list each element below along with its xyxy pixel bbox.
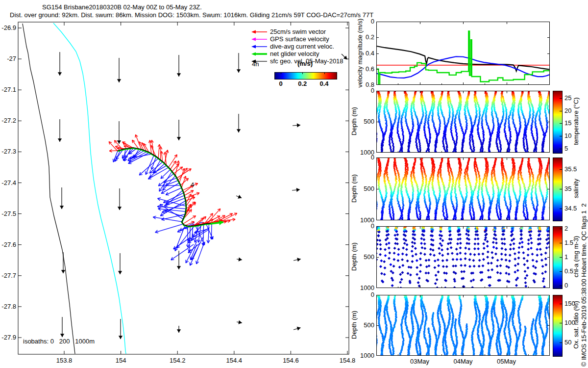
salinity-colorbar [553,158,563,221]
sfc-geo-vel-arrow-head [60,334,64,337]
legend-colorbar-tick-label: 0.2 [295,80,310,87]
legend-arrow-icon [250,36,268,42]
temperature-colorbar [553,91,563,154]
swim-vector-arrow-head [184,168,185,171]
sfc-geo-vel-arrow-head [237,69,241,73]
dive-avg-current-arrow [203,225,204,246]
swim-vector-arrow-head [168,150,169,153]
chl-a-colorbar [553,226,563,289]
dive-avg-current-arrow-head [196,261,196,263]
legend-colorbar-tick [281,72,281,74]
sfc-geo-vel-arrow-head [177,266,181,269]
sfc-geo-vel-arrow-head [177,329,181,333]
dive-avg-current-arrow-head [173,249,176,249]
dive-avg-current-arrow [146,156,153,175]
oxygen-colorbar-tick [560,323,562,323]
swim-vector-arrow-head [196,192,199,193]
dive-avg-current-arrow-head [162,220,165,221]
swim-vector-arrow-head [186,176,186,179]
salinity-panel-canvas [376,158,550,220]
swim-vector-arrow-head [179,161,180,164]
salinity-colorbar-tick [560,209,562,209]
chl-a-colorbar-tick [560,271,562,272]
date-tick-label: 04May [446,358,480,365]
dive-number-annotation: 4 [191,181,194,188]
dive-avg-current-arrow [208,224,209,243]
chl-a-colorbar-tick [560,257,562,258]
dive-avg-current-arrow [162,185,180,186]
temperature-colorbar-tick [560,149,562,149]
sfc-geo-vel-arrow-head [58,138,62,142]
sfc-geo-vel-arrow-head [61,270,65,273]
legend-item: dive-avg current veloc. [250,43,348,50]
dive-avg-current-arrow [188,243,200,253]
isobath-200m [23,24,75,354]
legend-item: net glider velocity [250,50,348,57]
map-ytick-label: -27.5 [1,210,16,217]
temperature-colorbar-tick [560,136,562,136]
map-xtick-label: 154 [116,357,126,364]
chl-a-colorbar-tick [560,229,562,229]
legend-item-label: 25cm/s swim vector [270,28,326,35]
map-xtick-label: 154.4 [226,357,243,364]
sfc-geo-vel-arrow-head [118,271,122,274]
legend-colorbar-tick [302,72,303,74]
swim-vector-arrow-head [135,134,136,137]
map-xtick-label: 153.8 [56,357,73,364]
sfc-geo-vel-arrow-head [238,320,242,324]
legend-arrow-icon [250,44,268,50]
oxygen-colorbar-tick [560,342,562,343]
dive-avg-current-arrow-head [129,154,132,154]
legend-colorbar-tick [324,72,325,74]
dive-avg-current-arrow-head [146,171,146,174]
dive-avg-current-arrow [153,217,182,221]
dive-avg-current-arrow-head [164,206,167,207]
date-tick-label: 03May [403,358,437,365]
sfc-geo-vel-arrow-head [118,207,122,210]
sfc-geo-vel-arrow-head [237,129,241,132]
dive-avg-current-arrow-head [197,239,198,242]
legend-timestep: 4h [252,61,259,68]
swim-vector-arrow-head [115,146,118,146]
sfc-geo-vel-arrow-head [296,188,300,192]
temperature-colorbar-tick [560,111,562,111]
sfc-geo-vel-arrow-head [297,123,300,127]
chl-a-colorbar-tick [560,286,562,286]
dive-avg-current-arrow-head [113,159,114,162]
sfc-geo-vel-arrow-head [60,206,64,209]
isobaths-caption: isobaths: 0 200 1000m [23,338,95,345]
map-ytick-label: -26.9 [1,24,16,31]
sfc-geo-vel-arrow-head [177,137,181,140]
date-tick-label: 05May [490,358,524,365]
sfc-geo-vel-arrow-head [117,140,121,144]
dive-avg-current-arrow-head [164,183,167,183]
map-ytick-label: -27.3 [1,148,16,155]
dive-avg-current-arrow-head [155,233,158,233]
isobath-1000m [53,23,126,354]
chl-a-colorbar-tick [560,243,562,243]
salinity-colorbar-tick [560,189,562,189]
sfc-geo-vel-arrow-head [58,72,62,76]
temperature-colorbar-tick [560,98,562,99]
glider-mission-figure: SG154 Brisbane20180320B 02-May 00Z to 05… [0,0,588,368]
velocity-panel-canvas [376,22,550,85]
map-xtick-label: 154.6 [283,357,299,364]
oxygen-panel-canvas [376,295,550,356]
map-ytick-label: -27.6 [1,241,16,248]
sfc-geo-vel-arrow-head [119,336,122,339]
legend-colorbar-tick-label: 0.4 [317,80,332,87]
legend-item: GPS surface velocity [250,35,348,43]
dive-avg-current-arrow [188,226,188,247]
legend-item-label: net glider velocity [270,50,319,57]
salinity-colorbar-tick [560,169,562,170]
legend-colorbar-tick-label: 0 [273,80,288,87]
legend-item-label: GPS surface velocity [270,35,329,43]
sfc-geo-vel-arrow-head [297,327,301,331]
swim-vector-arrow-head [132,140,133,143]
dive-avg-current-arrow-head [166,203,169,204]
map-ytick-label: -27.7 [1,272,16,279]
swim-vector-arrow [136,134,142,150]
dive-avg-current-arrow-head [162,212,165,213]
legend-arrow-icon [250,29,268,35]
swim-vector-arrow-head [188,169,191,169]
